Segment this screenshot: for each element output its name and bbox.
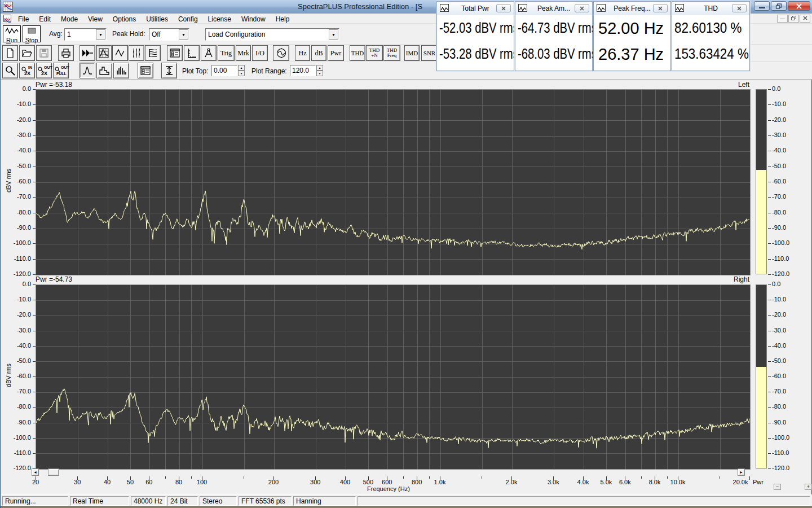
restore-button[interactable] bbox=[771, 1, 787, 11]
stop-button[interactable]: Stop bbox=[23, 25, 41, 42]
mdi-restore-button[interactable] bbox=[788, 15, 799, 23]
plot-top-spin-up-icon[interactable]: ▲ bbox=[238, 65, 245, 71]
panel-total-power-titlebar[interactable]: Total Pwr bbox=[437, 2, 514, 15]
octave-plot-button[interactable] bbox=[96, 63, 112, 78]
meter-scale-tick bbox=[768, 453, 771, 454]
menu-item-edit[interactable]: Edit bbox=[34, 14, 56, 24]
io-button[interactable]: I/O bbox=[252, 45, 268, 61]
narrowband-curve-icon bbox=[82, 65, 93, 76]
new-button[interactable] bbox=[2, 45, 18, 61]
db-units-button[interactable]: dB bbox=[311, 45, 326, 61]
scrollbar-right-arrow[interactable]: ► bbox=[738, 468, 745, 476]
thd-button[interactable]: THD bbox=[350, 45, 365, 61]
process-file-button[interactable] bbox=[80, 45, 95, 61]
panel-peak-frequency-titlebar[interactable]: Peak Freq... bbox=[594, 2, 670, 15]
x-axis-label: 2.0k bbox=[506, 479, 518, 485]
scrollbar-left-arrow[interactable]: ◄ bbox=[32, 468, 39, 476]
panel-thd-titlebar[interactable]: THD bbox=[672, 2, 749, 15]
peak-hold-select[interactable]: Off ▼ bbox=[149, 28, 189, 41]
load-configuration-dropdown-arrow-icon[interactable]: ▼ bbox=[329, 29, 338, 40]
thd-plus-n-button[interactable]: THD +N bbox=[366, 45, 383, 61]
panel-thd[interactable]: THD 82.60130 % 153.63424 % bbox=[672, 1, 750, 71]
menu-item-options[interactable]: Options bbox=[108, 14, 141, 24]
peak-hold-dropdown-arrow-icon[interactable]: ▼ bbox=[179, 29, 188, 40]
avg-select[interactable]: 1 ▼ bbox=[64, 28, 107, 41]
meter-scale-label: -10.0 bbox=[772, 296, 798, 303]
run-button[interactable]: Run bbox=[3, 25, 21, 42]
spectrum-view-button[interactable] bbox=[96, 45, 112, 61]
zoom-button[interactable] bbox=[2, 63, 18, 78]
print-button[interactable] bbox=[58, 45, 74, 61]
ruler-button[interactable] bbox=[184, 45, 200, 61]
mdi-close-button[interactable] bbox=[800, 15, 810, 23]
load-configuration-select[interactable]: Load Configuration ▼ bbox=[205, 28, 339, 41]
new-file-icon bbox=[5, 47, 16, 59]
y-axis-tick bbox=[33, 259, 36, 260]
spectrogram-view-button[interactable] bbox=[145, 45, 161, 61]
minimize-button[interactable] bbox=[754, 1, 770, 11]
panel-close-button[interactable] bbox=[496, 4, 511, 12]
menu-item-mode[interactable]: Mode bbox=[56, 14, 83, 24]
zoom-out-2x-button[interactable]: OUT 2X bbox=[36, 63, 52, 78]
save-button[interactable] bbox=[36, 45, 52, 61]
plot-top-input[interactable]: 0.00 bbox=[211, 65, 237, 76]
narrowband-plot-button[interactable] bbox=[80, 63, 95, 78]
pwr-units-button[interactable]: Pwr bbox=[328, 45, 344, 61]
y-axis-label: -70.0 bbox=[6, 388, 31, 395]
waveform-view-button[interactable] bbox=[112, 45, 128, 61]
spectrum-trace-left bbox=[36, 191, 749, 249]
marker-button[interactable]: Mrk bbox=[236, 45, 251, 61]
snr-button[interactable]: SNR bbox=[421, 45, 438, 61]
plot-top-spinner[interactable]: ▲▼ bbox=[238, 65, 245, 76]
waterfall-view-button[interactable] bbox=[129, 45, 144, 61]
app-icon[interactable] bbox=[3, 2, 13, 12]
panel-peak-amplitude[interactable]: Peak Am... -64.73 dBV rms -68.03 dBV rms bbox=[515, 1, 593, 71]
menu-item-view[interactable]: View bbox=[83, 14, 108, 24]
x-axis-tick bbox=[429, 476, 430, 479]
top-spectrum-plot[interactable] bbox=[36, 89, 751, 275]
bar-graph-button[interactable] bbox=[113, 63, 129, 78]
plot-range-spinner[interactable]: ▲▼ bbox=[316, 65, 323, 76]
panel-total-power[interactable]: Total Pwr -52.03 dBV rms -53.28 dBV rms bbox=[436, 1, 514, 71]
plot-top-spin-down-icon[interactable]: ▼ bbox=[238, 71, 245, 76]
plot-options-button[interactable] bbox=[138, 63, 153, 78]
panel-peak-frequency[interactable]: Peak Freq... 52.00 Hz 26.37 Hz bbox=[593, 1, 671, 71]
panel-close-button[interactable] bbox=[732, 4, 747, 12]
autoscale-vertical-button[interactable] bbox=[161, 63, 177, 78]
display-options-button[interactable] bbox=[167, 45, 183, 61]
avg-dropdown-arrow-icon[interactable]: ▼ bbox=[96, 29, 105, 40]
mdi-minimize-button[interactable]: — bbox=[777, 15, 788, 23]
bottom-spectrum-plot[interactable] bbox=[36, 284, 751, 470]
y-axis-label: -70.0 bbox=[6, 193, 31, 200]
pane-collapse-button[interactable]: – bbox=[774, 484, 781, 490]
menu-item-window[interactable]: Window bbox=[236, 14, 271, 24]
thd-freq-button[interactable]: THD Freq bbox=[383, 45, 400, 61]
plot-range-input[interactable]: 120.0 bbox=[290, 65, 316, 76]
trigger-button[interactable]: Trig bbox=[218, 45, 235, 61]
menu-item-help[interactable]: Help bbox=[271, 14, 295, 24]
hz-units-button[interactable]: Hz bbox=[295, 45, 310, 61]
mdi-child-icon[interactable] bbox=[3, 15, 11, 22]
open-button[interactable] bbox=[19, 45, 35, 61]
meter-scale-label: -30.0 bbox=[772, 132, 798, 138]
zoom-in-2x-button[interactable]: IN 2X bbox=[19, 63, 35, 78]
close-button[interactable] bbox=[788, 1, 810, 11]
plot-range-spin-down-icon[interactable]: ▼ bbox=[316, 71, 323, 76]
load-configuration-value: Load Configuration bbox=[208, 30, 265, 38]
menu-item-license[interactable]: License bbox=[203, 14, 236, 24]
caliper-button[interactable] bbox=[201, 45, 217, 61]
panel-close-button[interactable] bbox=[653, 4, 668, 12]
scrollbar-thumb[interactable] bbox=[48, 468, 59, 476]
menu-item-config[interactable]: Config bbox=[173, 14, 203, 24]
pane-expand-button[interactable]: + bbox=[805, 484, 812, 490]
spectrogram-view-icon bbox=[147, 47, 158, 59]
panel-close-button[interactable] bbox=[575, 4, 589, 12]
signal-generator-button[interactable] bbox=[273, 45, 289, 61]
panel-peak-amplitude-titlebar[interactable]: Peak Am... bbox=[515, 2, 592, 15]
menu-item-utilities[interactable]: Utilities bbox=[141, 14, 173, 24]
menu-item-file[interactable]: File bbox=[13, 14, 34, 24]
zoom-out-full-button[interactable]: OUT FULL bbox=[53, 63, 69, 78]
meter-fill bbox=[756, 367, 766, 468]
plot-range-spin-up-icon[interactable]: ▲ bbox=[316, 65, 323, 71]
imd-button[interactable]: IMD bbox=[404, 45, 420, 61]
